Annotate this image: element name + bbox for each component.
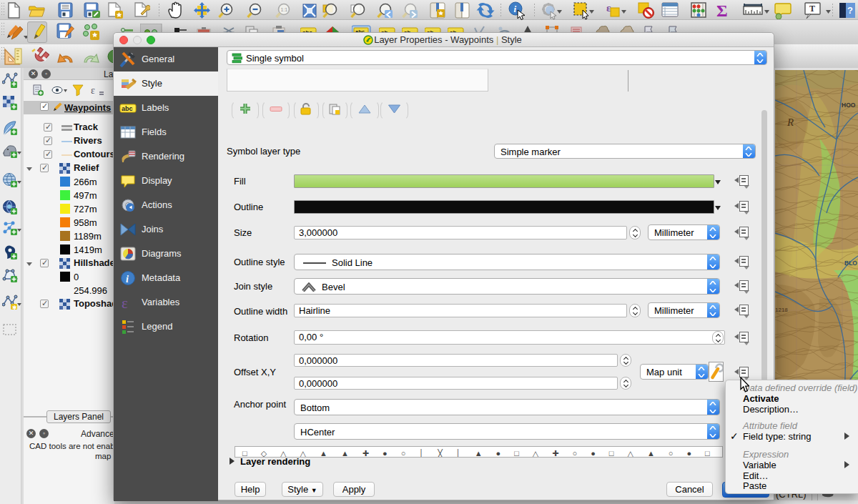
svg-text:ε: ε xyxy=(606,2,611,14)
svg-text:1218: 1218 xyxy=(775,307,788,313)
svg-text:Σ: Σ xyxy=(716,1,728,19)
svg-text:i: i xyxy=(126,274,129,285)
svg-text:T: T xyxy=(809,4,815,14)
svg-text:abc: abc xyxy=(122,105,133,112)
svg-text:BLO: BLO xyxy=(844,260,857,267)
svg-text:R: R xyxy=(786,117,794,128)
svg-text:✱: ✱ xyxy=(12,305,17,311)
svg-text:i: i xyxy=(514,4,517,14)
svg-text:HOO: HOO xyxy=(842,102,856,109)
svg-text:ε: ε xyxy=(122,295,128,311)
svg-text:ε: ε xyxy=(91,85,95,96)
svg-text:1:1: 1:1 xyxy=(281,7,288,12)
svg-text:?: ? xyxy=(847,5,853,16)
